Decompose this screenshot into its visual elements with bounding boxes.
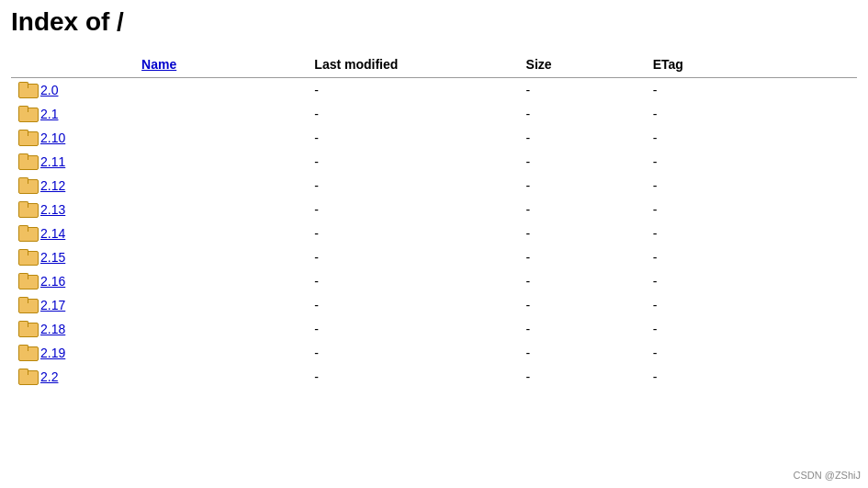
dir-link[interactable]: 2.2 — [40, 369, 58, 384]
size-cell: - — [519, 198, 646, 221]
name-cell: 2.10 — [11, 126, 307, 150]
table-row: 2.10 --- — [11, 126, 857, 150]
modified-cell: - — [307, 78, 518, 103]
etag-cell: - — [646, 150, 857, 174]
col-header-name: Name — [11, 51, 307, 78]
size-cell: - — [519, 317, 646, 341]
name-cell: 2.18 — [11, 317, 307, 341]
name-cell: 2.14 — [11, 221, 307, 245]
folder-icon — [18, 106, 37, 122]
etag-cell: - — [646, 198, 857, 221]
folder-icon — [18, 369, 37, 385]
size-cell: - — [519, 150, 646, 174]
folder-icon — [18, 225, 37, 242]
etag-cell: - — [646, 245, 857, 269]
size-cell: - — [519, 245, 646, 269]
name-cell: 2.0 — [11, 78, 307, 103]
modified-cell: - — [307, 317, 518, 341]
table-header-row: Name Last modified Size ETag — [11, 51, 857, 78]
modified-cell: - — [307, 341, 518, 365]
col-header-size: Size — [519, 51, 646, 78]
table-row: 2.18 --- — [11, 317, 857, 341]
name-cell: 2.16 — [11, 269, 307, 293]
name-cell: 2.13 — [11, 198, 307, 221]
etag-cell: - — [646, 365, 857, 389]
name-sort-link[interactable]: Name — [141, 57, 176, 72]
table-row: 2.2 --- — [11, 365, 857, 389]
dir-link[interactable]: 2.13 — [40, 202, 65, 217]
dir-link[interactable]: 2.18 — [40, 322, 65, 336]
name-cell: 2.19 — [11, 341, 307, 365]
folder-icon — [18, 201, 37, 218]
folder-icon — [18, 345, 37, 361]
folder-icon — [18, 153, 37, 170]
size-cell: - — [519, 341, 646, 365]
size-cell: - — [519, 269, 646, 293]
etag-cell: - — [646, 221, 857, 245]
table-row: 2.13 --- — [11, 198, 857, 221]
dir-link[interactable]: 2.14 — [40, 226, 65, 241]
modified-cell: - — [307, 102, 518, 126]
dir-link[interactable]: 2.1 — [40, 107, 58, 121]
modified-cell: - — [307, 365, 518, 389]
dir-link[interactable]: 2.10 — [40, 131, 65, 145]
modified-cell: - — [307, 126, 518, 150]
etag-cell: - — [646, 102, 857, 126]
etag-cell: - — [646, 341, 857, 365]
name-cell: 2.15 — [11, 245, 307, 269]
modified-cell: - — [307, 293, 518, 317]
size-cell: - — [519, 221, 646, 245]
folder-icon — [18, 249, 37, 266]
table-row: 2.1 --- — [11, 102, 857, 126]
etag-cell: - — [646, 174, 857, 198]
dir-link[interactable]: 2.17 — [40, 298, 65, 312]
dir-link[interactable]: 2.12 — [40, 178, 65, 193]
modified-cell: - — [307, 245, 518, 269]
dir-link[interactable]: 2.15 — [40, 250, 65, 265]
modified-cell: - — [307, 221, 518, 245]
size-cell: - — [519, 365, 646, 389]
modified-cell: - — [307, 150, 518, 174]
modified-cell: - — [307, 174, 518, 198]
size-cell: - — [519, 174, 646, 198]
etag-cell: - — [646, 269, 857, 293]
name-cell: 2.11 — [11, 150, 307, 174]
size-cell: - — [519, 102, 646, 126]
dir-link[interactable]: 2.19 — [40, 346, 65, 360]
folder-icon — [18, 177, 37, 194]
size-cell: - — [519, 78, 646, 103]
dir-link[interactable]: 2.11 — [40, 154, 65, 169]
directory-table: Name Last modified Size ETag 2.0 --- 2.1… — [11, 51, 857, 389]
name-cell: 2.17 — [11, 293, 307, 317]
page-title: Index of / — [11, 7, 857, 37]
table-row: 2.14 --- — [11, 221, 857, 245]
folder-icon — [18, 321, 37, 337]
table-row: 2.12 --- — [11, 174, 857, 198]
etag-cell: - — [646, 317, 857, 341]
folder-icon — [18, 82, 37, 98]
etag-cell: - — [646, 78, 857, 103]
size-cell: - — [519, 293, 646, 317]
dir-link[interactable]: 2.0 — [40, 83, 58, 97]
etag-cell: - — [646, 126, 857, 150]
col-header-modified: Last modified — [307, 51, 518, 78]
table-row: 2.16 --- — [11, 269, 857, 293]
dir-link[interactable]: 2.16 — [40, 274, 65, 289]
table-row: 2.0 --- — [11, 78, 857, 103]
modified-cell: - — [307, 269, 518, 293]
table-row: 2.11 --- — [11, 150, 857, 174]
modified-cell: - — [307, 198, 518, 221]
size-cell: - — [519, 126, 646, 150]
col-header-etag: ETag — [646, 51, 857, 78]
table-row: 2.19 --- — [11, 341, 857, 365]
folder-icon — [18, 273, 37, 289]
folder-icon — [18, 130, 37, 146]
name-cell: 2.2 — [11, 365, 307, 389]
etag-cell: - — [646, 293, 857, 317]
name-cell: 2.12 — [11, 174, 307, 198]
table-row: 2.15 --- — [11, 245, 857, 269]
folder-icon — [18, 297, 37, 313]
name-cell: 2.1 — [11, 102, 307, 126]
table-row: 2.17 --- — [11, 293, 857, 317]
